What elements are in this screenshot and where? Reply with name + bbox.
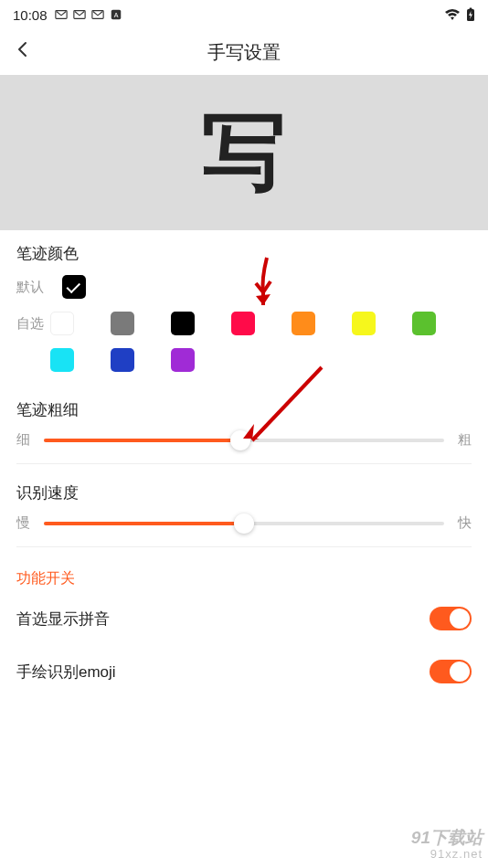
stroke-width-slider[interactable]	[44, 439, 444, 442]
toggle-switch[interactable]	[430, 607, 472, 630]
toggle-switch[interactable]	[430, 660, 472, 683]
default-color-label: 默认	[16, 279, 62, 296]
status-right	[444, 7, 475, 22]
color-swatch[interactable]	[231, 312, 255, 335]
stroke-color-title: 笔迹颜色	[16, 243, 472, 264]
recognition-speed-section: 识别速度 慢 快	[0, 470, 488, 553]
slider-max-label: 粗	[455, 431, 472, 449]
svg-rect-6	[470, 8, 472, 10]
slider-min-label: 慢	[16, 514, 33, 532]
watermark: 91下载站 91xz.net	[411, 829, 483, 861]
recognition-speed-title: 识别速度	[16, 482, 472, 503]
battery-icon	[466, 7, 475, 22]
header: 手写设置	[0, 29, 488, 75]
back-button[interactable]	[14, 40, 32, 62]
slider-max-label: 快	[455, 514, 472, 532]
slider-min-label: 细	[16, 431, 33, 449]
mail-icon	[91, 8, 104, 21]
feature-toggle-row: 手绘识别emoji	[0, 645, 488, 698]
page-title: 手写设置	[207, 40, 281, 65]
color-swatch[interactable]	[50, 312, 74, 335]
svg-text:A: A	[113, 12, 118, 18]
status-bar: 10:08 A	[0, 0, 488, 29]
color-swatch[interactable]	[111, 348, 134, 372]
recognition-speed-slider[interactable]	[44, 522, 444, 525]
stroke-width-section: 笔迹粗细 细 粗	[0, 390, 488, 470]
handwriting-preview: 写	[0, 75, 488, 230]
chevron-left-icon	[14, 40, 32, 58]
color-grid	[50, 312, 472, 372]
wifi-icon	[444, 8, 461, 21]
watermark-line2: 91xz.net	[411, 848, 483, 861]
color-swatch[interactable]	[412, 312, 436, 335]
clock: 10:08	[13, 7, 48, 23]
color-swatch[interactable]	[292, 312, 315, 335]
features-section-title: 功能开关	[0, 553, 488, 592]
feature-toggle-row: 首选显示拼音	[0, 592, 488, 645]
color-default-black[interactable]	[62, 275, 86, 299]
feature-label: 手绘识别emoji	[16, 662, 116, 683]
color-swatch[interactable]	[352, 312, 376, 335]
status-notification-icons: A	[55, 8, 122, 21]
custom-color-label: 自选	[16, 312, 50, 333]
color-swatch[interactable]	[171, 348, 195, 372]
preview-character: 写	[202, 111, 286, 195]
slider-thumb[interactable]	[230, 430, 250, 450]
color-swatch[interactable]	[171, 312, 195, 335]
color-swatch[interactable]	[50, 348, 74, 372]
app-badge-icon: A	[110, 8, 122, 21]
stroke-color-section: 笔迹颜色 默认 自选	[0, 230, 488, 390]
stroke-width-title: 笔迹粗细	[16, 399, 472, 420]
mail-icon	[55, 8, 68, 21]
color-swatch[interactable]	[111, 312, 134, 335]
mail-icon	[73, 8, 86, 21]
slider-thumb[interactable]	[234, 513, 254, 534]
watermark-line1: 91下载站	[411, 829, 483, 848]
feature-label: 首选显示拼音	[16, 609, 110, 630]
